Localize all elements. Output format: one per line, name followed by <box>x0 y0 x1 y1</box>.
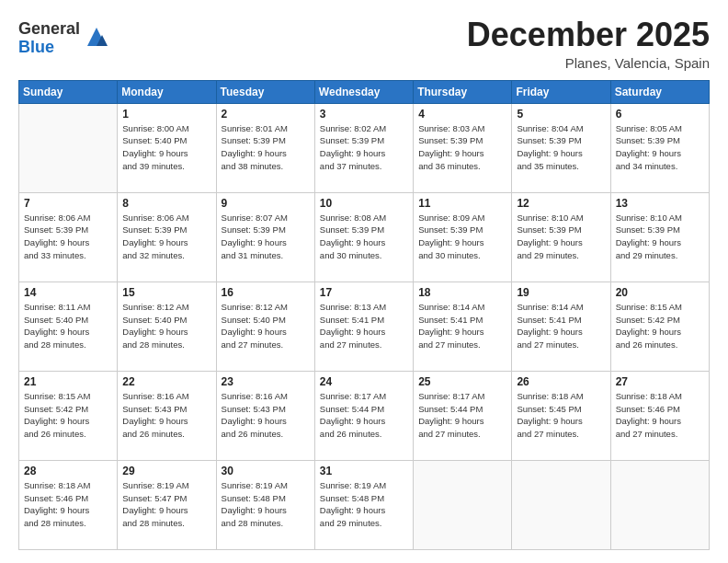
dow-header-thursday: Thursday <box>414 80 512 103</box>
calendar-cell: 24Sunrise: 8:17 AM Sunset: 5:44 PM Dayli… <box>314 371 413 460</box>
day-info: Sunrise: 8:15 AM Sunset: 5:42 PM Dayligh… <box>616 301 704 351</box>
calendar-cell: 30Sunrise: 8:19 AM Sunset: 5:48 PM Dayli… <box>216 460 314 549</box>
dow-header-friday: Friday <box>512 80 610 103</box>
logo-blue: Blue <box>18 38 54 56</box>
days-of-week-row: SundayMondayTuesdayWednesdayThursdayFrid… <box>19 80 710 103</box>
day-number: 4 <box>418 108 506 121</box>
calendar-cell: 29Sunrise: 8:19 AM Sunset: 5:47 PM Dayli… <box>118 460 216 549</box>
day-number: 5 <box>517 108 605 121</box>
day-info: Sunrise: 8:01 AM Sunset: 5:39 PM Dayligh… <box>222 122 310 173</box>
calendar-cell: 26Sunrise: 8:18 AM Sunset: 5:45 PM Dayli… <box>512 371 610 460</box>
calendar-cell <box>414 460 512 549</box>
calendar-cell: 20Sunrise: 8:15 AM Sunset: 5:42 PM Dayli… <box>610 282 709 371</box>
day-number: 7 <box>24 197 112 210</box>
calendar-body: 1Sunrise: 8:00 AM Sunset: 5:40 PM Daylig… <box>19 103 710 549</box>
day-info: Sunrise: 8:03 AM Sunset: 5:39 PM Dayligh… <box>418 122 506 173</box>
dow-header-wednesday: Wednesday <box>314 80 413 103</box>
day-number: 15 <box>122 286 210 299</box>
location-title: Planes, Valencia, Spain <box>467 55 710 71</box>
day-number: 17 <box>320 286 408 299</box>
day-number: 25 <box>418 375 506 388</box>
logo-text: General Blue <box>18 20 80 57</box>
calendar-cell <box>610 460 709 549</box>
calendar-cell: 21Sunrise: 8:15 AM Sunset: 5:42 PM Dayli… <box>19 371 118 460</box>
day-number: 10 <box>320 197 408 210</box>
day-info: Sunrise: 8:07 AM Sunset: 5:39 PM Dayligh… <box>222 212 310 262</box>
calendar-cell: 25Sunrise: 8:17 AM Sunset: 5:44 PM Dayli… <box>414 371 512 460</box>
day-info: Sunrise: 8:00 AM Sunset: 5:40 PM Dayligh… <box>122 122 210 173</box>
day-info: Sunrise: 8:19 AM Sunset: 5:47 PM Dayligh… <box>122 479 210 530</box>
calendar-cell: 23Sunrise: 8:16 AM Sunset: 5:43 PM Dayli… <box>216 371 314 460</box>
calendar-cell: 10Sunrise: 8:08 AM Sunset: 5:39 PM Dayli… <box>314 192 413 282</box>
week-row-1: 1Sunrise: 8:00 AM Sunset: 5:40 PM Daylig… <box>19 103 710 192</box>
calendar-cell: 28Sunrise: 8:18 AM Sunset: 5:46 PM Dayli… <box>19 460 118 549</box>
calendar-cell: 31Sunrise: 8:19 AM Sunset: 5:48 PM Dayli… <box>314 460 413 549</box>
calendar-cell: 5Sunrise: 8:04 AM Sunset: 5:39 PM Daylig… <box>512 103 610 192</box>
calendar-cell: 27Sunrise: 8:18 AM Sunset: 5:46 PM Dayli… <box>610 371 709 460</box>
calendar-cell: 4Sunrise: 8:03 AM Sunset: 5:39 PM Daylig… <box>414 103 512 192</box>
day-info: Sunrise: 8:18 AM Sunset: 5:46 PM Dayligh… <box>616 390 704 441</box>
dow-header-tuesday: Tuesday <box>216 80 314 103</box>
day-number: 29 <box>122 465 210 477</box>
day-info: Sunrise: 8:14 AM Sunset: 5:41 PM Dayligh… <box>418 301 506 351</box>
day-number: 6 <box>616 108 704 121</box>
day-number: 31 <box>320 465 408 477</box>
calendar-cell: 12Sunrise: 8:10 AM Sunset: 5:39 PM Dayli… <box>512 192 610 282</box>
day-number: 2 <box>222 108 310 121</box>
calendar-cell: 18Sunrise: 8:14 AM Sunset: 5:41 PM Dayli… <box>414 282 512 371</box>
page: General Blue December 2025 Planes, Valen… <box>0 0 728 563</box>
week-row-5: 28Sunrise: 8:18 AM Sunset: 5:46 PM Dayli… <box>19 460 710 549</box>
calendar-cell: 3Sunrise: 8:02 AM Sunset: 5:39 PM Daylig… <box>314 103 413 192</box>
header: General Blue December 2025 Planes, Valen… <box>18 17 710 71</box>
dow-header-monday: Monday <box>118 80 216 103</box>
day-number: 13 <box>616 197 704 210</box>
week-row-3: 14Sunrise: 8:11 AM Sunset: 5:40 PM Dayli… <box>19 282 710 371</box>
calendar-cell <box>512 460 610 549</box>
calendar-cell: 9Sunrise: 8:07 AM Sunset: 5:39 PM Daylig… <box>216 192 314 282</box>
logo-icon <box>84 24 109 50</box>
calendar-cell: 14Sunrise: 8:11 AM Sunset: 5:40 PM Dayli… <box>19 282 118 371</box>
day-info: Sunrise: 8:16 AM Sunset: 5:43 PM Dayligh… <box>122 390 210 441</box>
dow-header-sunday: Sunday <box>19 80 118 103</box>
day-info: Sunrise: 8:18 AM Sunset: 5:45 PM Dayligh… <box>517 390 605 441</box>
title-block: December 2025 Planes, Valencia, Spain <box>467 17 710 71</box>
day-info: Sunrise: 8:14 AM Sunset: 5:41 PM Dayligh… <box>517 301 605 351</box>
day-number: 11 <box>418 197 506 210</box>
day-info: Sunrise: 8:16 AM Sunset: 5:43 PM Dayligh… <box>222 390 310 441</box>
day-number: 24 <box>320 375 408 388</box>
calendar-cell: 7Sunrise: 8:06 AM Sunset: 5:39 PM Daylig… <box>19 192 118 282</box>
day-number: 26 <box>517 375 605 388</box>
logo-general: General <box>18 19 80 38</box>
calendar-cell: 15Sunrise: 8:12 AM Sunset: 5:40 PM Dayli… <box>118 282 216 371</box>
day-info: Sunrise: 8:17 AM Sunset: 5:44 PM Dayligh… <box>320 390 408 441</box>
day-info: Sunrise: 8:19 AM Sunset: 5:48 PM Dayligh… <box>222 479 310 530</box>
day-info: Sunrise: 8:08 AM Sunset: 5:39 PM Dayligh… <box>320 212 408 262</box>
calendar-cell: 8Sunrise: 8:06 AM Sunset: 5:39 PM Daylig… <box>118 192 216 282</box>
calendar-cell: 11Sunrise: 8:09 AM Sunset: 5:39 PM Dayli… <box>414 192 512 282</box>
day-number: 21 <box>24 375 112 388</box>
day-info: Sunrise: 8:06 AM Sunset: 5:39 PM Dayligh… <box>24 212 112 262</box>
day-number: 19 <box>517 286 605 299</box>
day-number: 1 <box>122 108 210 121</box>
week-row-4: 21Sunrise: 8:15 AM Sunset: 5:42 PM Dayli… <box>19 371 710 460</box>
calendar-cell <box>19 103 118 192</box>
day-info: Sunrise: 8:10 AM Sunset: 5:39 PM Dayligh… <box>616 212 704 262</box>
day-number: 23 <box>222 375 310 388</box>
day-info: Sunrise: 8:17 AM Sunset: 5:44 PM Dayligh… <box>418 390 506 441</box>
day-number: 3 <box>320 108 408 121</box>
calendar-cell: 13Sunrise: 8:10 AM Sunset: 5:39 PM Dayli… <box>610 192 709 282</box>
day-number: 14 <box>24 286 112 299</box>
day-info: Sunrise: 8:13 AM Sunset: 5:41 PM Dayligh… <box>320 301 408 351</box>
calendar-cell: 16Sunrise: 8:12 AM Sunset: 5:40 PM Dayli… <box>216 282 314 371</box>
day-number: 16 <box>222 286 310 299</box>
day-number: 18 <box>418 286 506 299</box>
calendar-cell: 2Sunrise: 8:01 AM Sunset: 5:39 PM Daylig… <box>216 103 314 192</box>
day-number: 27 <box>616 375 704 388</box>
calendar-cell: 6Sunrise: 8:05 AM Sunset: 5:39 PM Daylig… <box>610 103 709 192</box>
calendar-cell: 1Sunrise: 8:00 AM Sunset: 5:40 PM Daylig… <box>118 103 216 192</box>
day-number: 20 <box>616 286 704 299</box>
calendar-cell: 17Sunrise: 8:13 AM Sunset: 5:41 PM Dayli… <box>314 282 413 371</box>
week-row-2: 7Sunrise: 8:06 AM Sunset: 5:39 PM Daylig… <box>19 192 710 282</box>
dow-header-saturday: Saturday <box>610 80 709 103</box>
day-info: Sunrise: 8:09 AM Sunset: 5:39 PM Dayligh… <box>418 212 506 262</box>
